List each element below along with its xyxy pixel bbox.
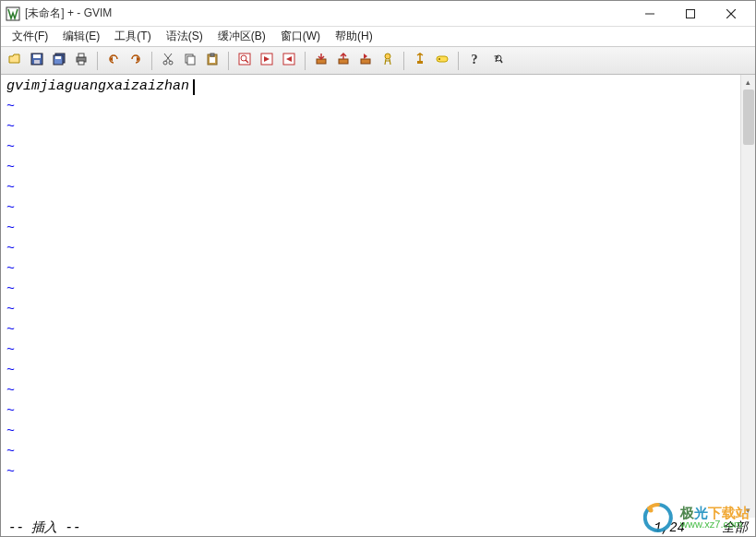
empty-line-marker: ~ (6, 97, 735, 117)
help-icon: ? (467, 52, 482, 69)
scroll-down-button[interactable]: ▾ (741, 503, 755, 518)
svg-rect-29 (339, 59, 348, 64)
redo-button[interactable] (126, 51, 146, 71)
findnext-button[interactable] (257, 51, 277, 71)
paste-button[interactable] (202, 51, 222, 71)
tagback-icon (435, 52, 450, 69)
empty-line-marker: ~ (6, 219, 735, 239)
toolbar: ? ? (1, 47, 755, 75)
empty-line-marker: ~ (6, 239, 735, 259)
menu-help[interactable]: 帮助(H) (328, 27, 380, 46)
makectags-icon (380, 52, 395, 69)
findprev-button[interactable] (279, 51, 299, 71)
savesession-icon (336, 52, 351, 69)
runscript-button[interactable] (355, 51, 376, 71)
save-icon (30, 52, 44, 69)
svg-line-38 (500, 60, 502, 63)
empty-line-marker: ~ (6, 462, 735, 483)
saveall-icon (52, 52, 66, 69)
statusbar: -- 插入 -- 1,24 全部 (1, 518, 755, 537)
toolbar-separator (151, 52, 152, 70)
svg-rect-33 (437, 56, 448, 62)
menu-edit[interactable]: 编辑(E) (55, 27, 107, 46)
svg-text:?: ? (494, 53, 499, 64)
empty-line-marker: ~ (6, 198, 735, 219)
searchhelp-button[interactable]: ? (486, 51, 507, 71)
empty-line-marker: ~ (6, 300, 735, 320)
findnext-icon (259, 52, 274, 69)
editor-content: gvimjiaguangxaizaizhan (6, 77, 189, 97)
copy-button[interactable] (180, 51, 200, 71)
menu-file[interactable]: 文件(F) (5, 27, 55, 46)
tagjump-icon (413, 52, 427, 69)
help-button[interactable]: ? (464, 51, 485, 71)
tagjump-button[interactable] (410, 51, 430, 71)
menu-buffers[interactable]: 缓冲区(B) (210, 27, 273, 46)
scroll-thumb[interactable] (743, 90, 754, 145)
svg-point-34 (438, 58, 440, 60)
open-icon (7, 52, 22, 69)
loadsession-button[interactable] (311, 51, 331, 71)
empty-line-marker: ~ (6, 381, 735, 401)
svg-rect-10 (55, 56, 61, 59)
empty-line-marker: ~ (6, 320, 735, 340)
editor-area[interactable]: gvimjiaguangxaizaizhan ~~~~~~~~~~~~~~~~~… (1, 75, 740, 518)
runscript-icon (358, 52, 373, 69)
cut-icon (161, 52, 175, 69)
findprev-icon (282, 52, 296, 69)
minimize-button[interactable] (630, 1, 670, 27)
empty-line-marker: ~ (6, 137, 735, 158)
makectags-button[interactable] (378, 51, 398, 71)
find-button[interactable] (234, 51, 255, 71)
svg-rect-19 (187, 56, 195, 65)
svg-rect-22 (210, 57, 215, 63)
menu-tools[interactable]: 工具(T) (107, 27, 158, 46)
toolbar-separator (403, 52, 404, 70)
svg-rect-32 (417, 61, 423, 64)
paste-icon (205, 52, 220, 69)
print-icon (74, 52, 89, 69)
print-button[interactable] (71, 51, 91, 71)
empty-line-marker: ~ (6, 259, 735, 280)
save-button[interactable] (27, 51, 47, 71)
svg-rect-12 (78, 54, 84, 57)
titlebar: [未命名] + - GVIM (1, 1, 755, 27)
empty-line-marker: ~ (6, 401, 735, 422)
svg-rect-7 (34, 60, 40, 64)
toolbar-separator (305, 52, 306, 70)
status-scroll: 全部 (722, 519, 748, 536)
copy-icon (183, 52, 198, 69)
window-title: [未命名] + - GVIM (25, 6, 112, 21)
maximize-button[interactable] (670, 1, 711, 27)
empty-line-marker: ~ (6, 158, 735, 178)
status-position: 1,24 (654, 520, 685, 535)
menubar: 文件(F) 编辑(E) 工具(T) 语法(S) 缓冲区(B) 窗口(W) 帮助(… (1, 27, 755, 47)
svg-rect-13 (78, 61, 84, 65)
menu-window[interactable]: 窗口(W) (273, 27, 328, 46)
menu-syntax[interactable]: 语法(S) (159, 27, 210, 46)
cut-button[interactable] (158, 51, 178, 71)
scroll-up-button[interactable]: ▴ (741, 75, 755, 90)
toolbar-separator (458, 52, 459, 70)
app-icon (5, 6, 21, 22)
vertical-scrollbar[interactable]: ▴ ▾ (740, 75, 755, 518)
empty-line-marker: ~ (6, 340, 735, 361)
undo-icon (106, 52, 121, 69)
empty-line-marker: ~ (6, 442, 735, 462)
toolbar-separator (228, 52, 229, 70)
svg-rect-21 (210, 54, 214, 56)
savesession-button[interactable] (333, 51, 354, 71)
empty-line-marker: ~ (6, 361, 735, 381)
searchhelp-icon: ? (489, 52, 504, 69)
empty-line-marker: ~ (6, 117, 735, 137)
undo-button[interactable] (103, 51, 124, 71)
tagback-button[interactable] (432, 51, 452, 71)
redo-icon (128, 52, 143, 69)
open-button[interactable] (5, 51, 25, 71)
empty-line-marker: ~ (6, 280, 735, 300)
close-button[interactable] (711, 1, 751, 27)
svg-point-31 (385, 54, 390, 59)
saveall-button[interactable] (49, 51, 69, 71)
text-cursor (193, 79, 195, 95)
empty-line-marker: ~ (6, 178, 735, 198)
